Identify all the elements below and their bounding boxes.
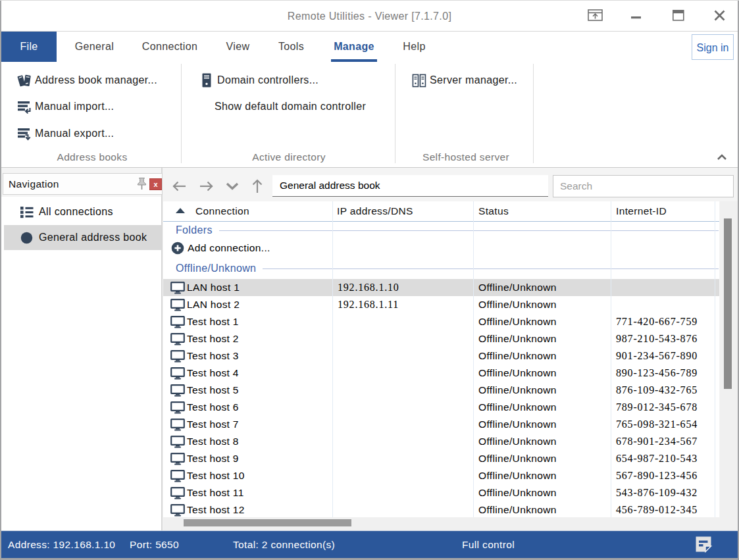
host-name: Test host 3 [187, 347, 239, 365]
column-header-status[interactable]: Status [478, 201, 509, 221]
nav-item-label: All connections [39, 206, 113, 218]
manual-import-icon [17, 99, 32, 115]
forward-button[interactable] [195, 177, 217, 197]
sign-in-button[interactable]: Sign in [692, 34, 734, 60]
host-row-test-host-6[interactable]: Test host 6Offline/Unknown789-012-345-67… [163, 399, 719, 416]
host-row-test-host-5[interactable]: Test host 5Offline/Unknown876-109-432-76… [163, 382, 719, 399]
computer-icon [170, 367, 185, 382]
remote-utilities-viewer-window: Remote Utilities - Viewer [7.1.7.0] File… [0, 0, 739, 560]
tab-general[interactable]: General [75, 32, 114, 62]
host-row-test-host-8[interactable]: Test host 8Offline/Unknown678-901-234-56… [163, 433, 719, 450]
host-row-lan-host-2[interactable]: LAN host 2192.168.1.11Offline/Unknown [163, 296, 719, 313]
minimize-icon [631, 11, 642, 21]
ribbon-item-manual-export[interactable]: Manual export... [17, 125, 114, 142]
nav-item-all-connections[interactable]: All connections [4, 199, 161, 224]
add-connection-row[interactable]: Add connection... [163, 240, 719, 257]
host-name: Test host 11 [187, 484, 244, 501]
host-row-test-host-12[interactable]: Test host 12Offline/Unknown456-789-012-3… [163, 501, 719, 517]
back-button[interactable] [169, 177, 190, 197]
fullscreen-icon [588, 9, 603, 23]
host-internet-id: 456-789-012-345 [616, 501, 698, 517]
note-icon [695, 536, 712, 555]
status-total-connections: Total: 2 connection(s) [233, 531, 335, 559]
horizontal-scrollbar[interactable] [163, 517, 738, 530]
host-ip: 192.168.1.11 [338, 296, 399, 313]
minimize-button[interactable] [626, 1, 646, 32]
host-internet-id: 901-234-567-890 [616, 347, 698, 365]
ribbon-item-address-book-manager[interactable]: Address book manager... [17, 72, 157, 89]
column-separator [473, 201, 474, 517]
fullscreen-button[interactable] [584, 1, 606, 32]
horizontal-scrollbar-thumb[interactable] [184, 519, 351, 526]
host-row-lan-host-1[interactable]: LAN host 1192.168.1.10Offline/Unknown [163, 279, 719, 296]
ribbon-item-domain-controllers[interactable]: Domain controllers... [199, 72, 319, 89]
maximize-button[interactable] [668, 1, 689, 32]
tab-connection[interactable]: Connection [142, 32, 197, 62]
up-level-button[interactable] [247, 177, 268, 197]
host-internet-id: 765-098-321-654 [616, 416, 698, 433]
host-name: Test host 5 [187, 382, 239, 399]
ribbon: Address book manager...Manual import...M… [1, 62, 738, 168]
host-name: Test host 1 [187, 313, 239, 330]
host-status: Offline/Unknown [478, 467, 557, 484]
ribbon-item-server-manager[interactable]: Server manager... [412, 72, 517, 89]
nav-item-general-address-book[interactable]: General address book [4, 225, 161, 250]
host-row-test-host-4[interactable]: Test host 4Offline/Unknown890-123-456-78… [163, 365, 719, 382]
host-status: Offline/Unknown [478, 279, 557, 296]
column-header-connection[interactable]: Connection [195, 201, 249, 221]
tab-view[interactable]: View [226, 32, 250, 62]
ribbon-group-separator [533, 64, 534, 163]
pushpin-icon [136, 177, 147, 192]
chevron-down-icon [226, 182, 239, 192]
vertical-scrollbar-thumb[interactable] [724, 218, 732, 389]
host-row-test-host-10[interactable]: Test host 10Offline/Unknown567-890-123-4… [163, 467, 719, 484]
host-name: Test host 6 [187, 399, 239, 416]
host-row-test-host-1[interactable]: Test host 1Offline/Unknown771-420-667-75… [163, 313, 719, 330]
tab-file[interactable]: File [1, 32, 57, 62]
history-dropdown-button[interactable] [222, 177, 243, 197]
tab-manage[interactable]: Manage [334, 32, 374, 62]
title-bar: Remote Utilities - Viewer [7.1.7.0] [1, 1, 738, 32]
address-bar-input[interactable] [272, 175, 548, 197]
computer-icon [170, 487, 185, 502]
session-log-button[interactable] [694, 536, 713, 554]
ribbon-group-label-self-hosted-server: Self-hosted server [422, 151, 509, 164]
ribbon-item-label: Manual export... [35, 128, 114, 140]
computer-icon [170, 470, 185, 485]
vertical-scrollbar[interactable] [720, 201, 738, 517]
status-bar: Address: 192.168.1.10 Port: 5650 Total: … [1, 530, 738, 558]
host-internet-id: 567-890-123-456 [616, 467, 698, 484]
computer-icon [170, 453, 185, 468]
ribbon-group-separator [181, 64, 182, 163]
column-header-internet-id[interactable]: Internet-ID [616, 201, 667, 221]
tab-tools[interactable]: Tools [278, 32, 304, 62]
host-name: LAN host 2 [187, 296, 240, 313]
status-connection-mode: Full control [462, 531, 515, 559]
manual-export-icon [17, 126, 32, 141]
tab-help[interactable]: Help [403, 32, 425, 62]
search-input[interactable] [553, 175, 734, 197]
host-row-test-host-3[interactable]: Test host 3Offline/Unknown901-234-567-89… [163, 347, 719, 365]
chevron-up-icon [717, 153, 727, 163]
host-internet-id: 987-210-543-876 [616, 330, 698, 347]
ribbon-item-label: Server manager... [430, 74, 517, 86]
host-row-test-host-11[interactable]: Test host 11Offline/Unknown543-876-109-4… [163, 484, 719, 501]
host-internet-id: 890-123-456-789 [616, 365, 698, 382]
collapse-ribbon-button[interactable] [712, 149, 732, 165]
host-status: Offline/Unknown [478, 450, 557, 467]
host-row-test-host-2[interactable]: Test host 2Offline/Unknown987-210-543-87… [163, 330, 719, 347]
ribbon-item-manual-import[interactable]: Manual import... [17, 98, 114, 115]
navigation-panel-title: Navigation [9, 174, 59, 194]
arrow-up-icon [252, 179, 263, 195]
host-internet-id: 771-420-667-759 [616, 313, 698, 330]
host-row-test-host-9[interactable]: Test host 9Offline/Unknown654-987-210-54… [163, 450, 719, 467]
host-name: Test host 7 [187, 416, 239, 433]
pin-panel-button[interactable] [135, 177, 148, 191]
ribbon-item-show-default-domain-controller[interactable]: Show default domain controller [215, 98, 366, 115]
close-panel-button[interactable]: x [149, 178, 162, 190]
column-header-ip[interactable]: IP address/DNS [337, 201, 413, 221]
host-row-test-host-7[interactable]: Test host 7Offline/Unknown765-098-321-65… [163, 416, 719, 433]
add-connection-icon [171, 242, 184, 257]
host-internet-id: 789-012-345-678 [616, 399, 698, 416]
close-button[interactable] [708, 1, 730, 32]
